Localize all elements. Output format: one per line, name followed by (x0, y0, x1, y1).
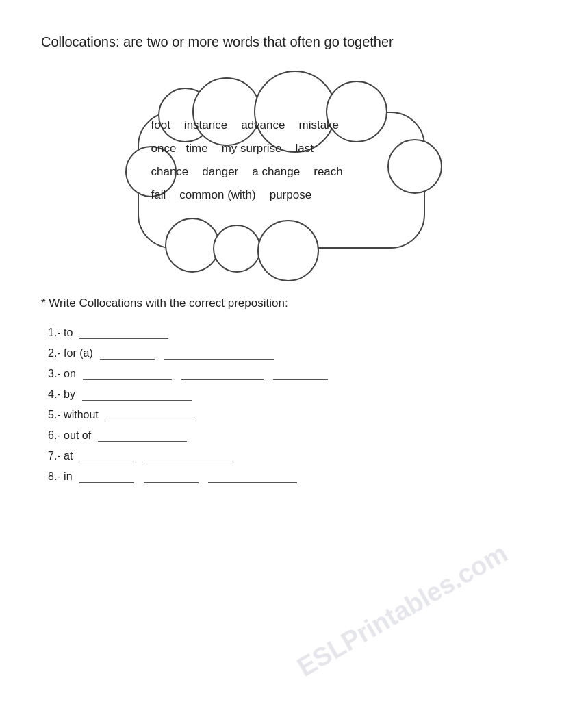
exercise-line-5 (105, 409, 194, 421)
cloud-row-1: foot instance advance mistake (151, 118, 405, 132)
word-reach: reach (314, 165, 343, 179)
exercise-line-2a (100, 347, 155, 360)
word-common-with: common (with) (179, 188, 255, 202)
exercise-line-8c (208, 470, 297, 483)
exercise-label-6: 6.- out of (48, 429, 91, 442)
instructions-text: * Write Collocations with the correct pr… (41, 297, 521, 310)
exercise-line-8b (144, 470, 199, 483)
exercise-line-3c (273, 368, 328, 380)
exercise-label-5: 5.- without (48, 409, 99, 421)
cloud-bump-6 (213, 225, 261, 273)
exercise-line-8a (79, 470, 134, 483)
cloud-bump-7 (257, 220, 319, 281)
exercise-item-7: 7.- at (48, 450, 521, 462)
word-purpose: purpose (270, 188, 311, 202)
exercise-item-2: 2.- for (a) (48, 347, 521, 360)
exercise-line-6 (98, 429, 187, 442)
word-a-change: a change (252, 165, 300, 179)
exercise-line-3b (181, 368, 264, 380)
cloud-words: foot instance advance mistake once time … (144, 108, 411, 222)
word-last: last (296, 142, 314, 155)
exercise-line-7a (79, 450, 134, 462)
watermark: ESLPrintables.com (292, 538, 512, 682)
cloud-row-2: once time my surprise last (151, 142, 405, 155)
word-chance: chance (151, 165, 189, 179)
word-once-time: once time (151, 142, 208, 155)
word-foot: foot (151, 118, 170, 132)
exercise-item-1: 1.- to (48, 327, 521, 339)
word-advance: advance (241, 118, 285, 132)
exercise-line-3a (83, 368, 172, 380)
cloud-row-4: fail common (with) purpose (151, 188, 405, 202)
exercise-label-7: 7.- at (48, 450, 73, 462)
word-fail: fail (151, 188, 166, 202)
exercise-label-1: 1.- to (48, 327, 73, 339)
exercise-line-7b (144, 450, 233, 462)
word-danger: danger (202, 165, 238, 179)
word-mistake: mistake (298, 118, 339, 132)
exercise-label-8: 8.- in (48, 470, 73, 483)
exercise-item-6: 6.- out of (48, 429, 521, 442)
cloud-graphic: foot instance advance mistake once time … (124, 71, 439, 276)
exercise-item-5: 5.- without (48, 409, 521, 421)
exercise-item-3: 3.- on (48, 368, 521, 380)
exercise-line-1 (79, 327, 168, 339)
word-instance: instance (184, 118, 227, 132)
exercise-item-8: 8.- in (48, 470, 521, 483)
cloud-bump-5 (165, 218, 220, 273)
exercise-label-4: 4.- by (48, 388, 75, 401)
cloud-row-3: chance danger a change reach (151, 165, 405, 179)
exercise-list: 1.- to 2.- for (a) 3.- on 4.- by 5.- wit… (48, 327, 521, 483)
exercise-line-2b (164, 347, 274, 360)
exercise-label-3: 3.- on (48, 368, 76, 380)
page-title: Collocations: are two or more words that… (41, 34, 521, 50)
exercise-line-4 (82, 388, 192, 401)
word-my-surprise: my surprise (222, 142, 282, 155)
exercise-item-4: 4.- by (48, 388, 521, 401)
exercise-label-2: 2.- for (a) (48, 347, 93, 360)
